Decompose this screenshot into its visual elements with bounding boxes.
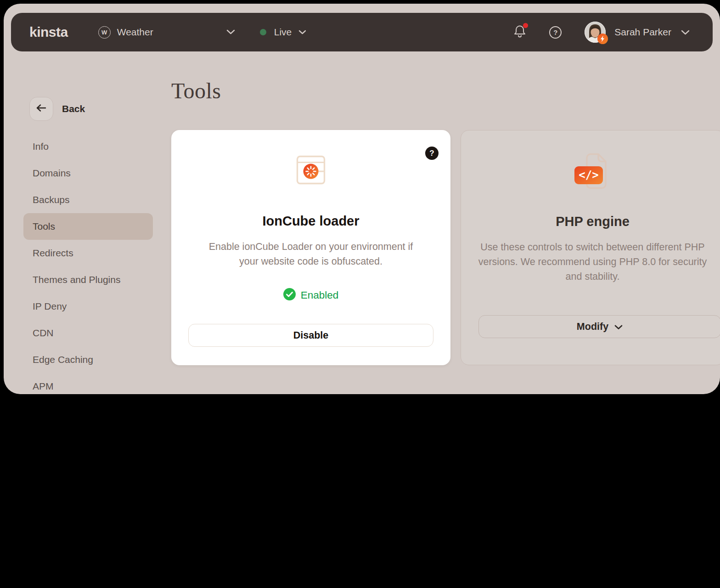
sidebar-item-ip-deny[interactable]: IP Deny [23,293,153,320]
disable-button-label: Disable [293,330,328,341]
ioncube-card-description: Enable ionCube Loader on your environmen… [201,239,421,269]
check-circle-icon [283,288,296,302]
chevron-down-icon [614,321,623,333]
modify-button[interactable]: Modify [478,315,720,338]
sidebar-item-apm[interactable]: APM [23,373,153,394]
sidebar-item-tools[interactable]: Tools [23,213,153,240]
topbar: kinsta W Weather Live [11,13,713,51]
sidebar-item-cdn[interactable]: CDN [23,320,153,346]
live-status-dot-icon [260,29,266,35]
ioncube-card-title: IonCube loader [171,214,450,229]
sidebar-nav: Info Domains Backups Tools Redirects The… [23,133,153,394]
wordpress-icon: W [98,26,111,39]
environment-selector-dropdown[interactable]: Live [260,27,307,38]
app-window: kinsta W Weather Live [4,4,720,394]
page-title: Tools [171,78,221,103]
ioncube-loader-icon [171,155,450,185]
sidebar-item-themes-and-plugins[interactable]: Themes and Plugins [23,266,153,293]
sidebar-item-edge-caching[interactable]: Edge Caching [23,346,153,373]
modify-button-label: Modify [577,321,608,333]
help-button[interactable]: ? [549,26,562,39]
sidebar-item-redirects[interactable]: Redirects [23,240,153,266]
user-name[interactable]: Sarah Parker [614,27,671,38]
back-button[interactable] [29,97,53,121]
svg-text:</>: </> [579,169,598,181]
lightning-icon [597,34,608,44]
disable-button[interactable]: Disable [188,324,433,347]
ioncube-loader-card: ? [171,130,450,365]
kinsta-logo: kinsta [29,24,68,40]
chevron-down-icon[interactable] [681,30,690,35]
arrow-left-icon [36,104,47,114]
php-card-title: PHP engine [461,214,720,229]
php-card-description: Use these controls to switch between dif… [477,240,709,284]
php-engine-card: </> PHP engine Use these controls to swi… [461,130,720,365]
topbar-right-cluster: ? [513,22,690,43]
sidebar-item-info[interactable]: Info [23,133,153,160]
ioncube-status-label: Enabled [301,289,339,301]
notifications-button[interactable] [513,24,526,40]
chevron-down-icon [298,28,306,36]
help-icon: ? [549,26,562,39]
environment-label: Live [274,27,292,38]
site-selector-dropdown[interactable]: W Weather [98,26,235,39]
back-row: Back [29,97,85,121]
sidebar-item-domains[interactable]: Domains [23,160,153,187]
sidebar-item-backups[interactable]: Backups [23,187,153,213]
php-file-icon: </> [461,152,720,191]
back-label: Back [62,103,85,114]
site-selector-label: Weather [117,27,153,38]
avatar[interactable] [585,22,606,43]
chevron-down-icon [226,28,235,36]
notification-dot-icon [523,23,528,28]
ioncube-status: Enabled [171,288,450,302]
